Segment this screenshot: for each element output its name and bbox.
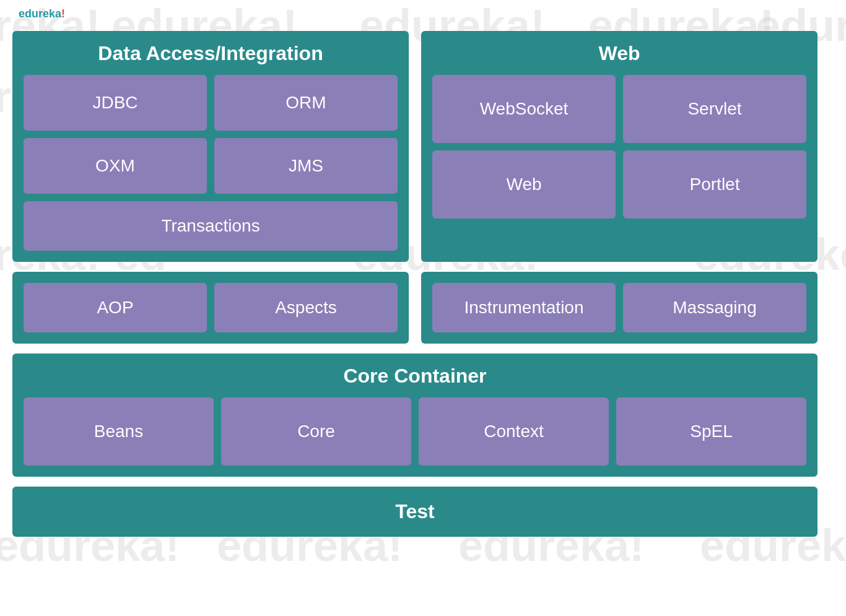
- oxm-box: OXM: [24, 138, 207, 194]
- top-row: Data Access/Integration JDBC ORM OXM JMS…: [12, 31, 818, 262]
- portlet-box: Portlet: [623, 150, 806, 219]
- data-access-title: Data Access/Integration: [24, 42, 398, 65]
- instrumentation-box-item: Instrumentation: [432, 283, 616, 332]
- core-container-section: Core Container Beans Core Context SpEL: [12, 354, 818, 477]
- web-title: Web: [432, 42, 806, 65]
- aop-section: AOP Aspects: [12, 272, 409, 344]
- beans-box: Beans: [24, 397, 214, 466]
- messaging-box: Massaging: [623, 283, 806, 332]
- orm-box: ORM: [214, 75, 398, 131]
- aspects-box: Aspects: [214, 283, 398, 332]
- spel-box: SpEL: [616, 397, 806, 466]
- core-box: Core: [221, 397, 411, 466]
- instrumentation-section: Instrumentation Massaging: [421, 272, 818, 344]
- web-section: Web WebSocket Servlet Web Portlet: [421, 31, 818, 262]
- watermark-6: r: [0, 71, 11, 122]
- websocket-box: WebSocket: [432, 75, 616, 143]
- transactions-box: Transactions: [24, 201, 398, 251]
- jms-box: JMS: [214, 138, 398, 194]
- data-access-grid: JDBC ORM OXM JMS Transactions: [24, 75, 398, 251]
- test-title: Test: [26, 500, 804, 523]
- test-section: Test: [12, 487, 818, 537]
- jdbc-box: JDBC: [24, 75, 207, 131]
- context-box: Context: [419, 397, 609, 466]
- logo: edureka!: [19, 7, 65, 20]
- aop-box: AOP: [24, 283, 207, 332]
- core-container-title: Core Container: [24, 365, 806, 388]
- core-container-grid: Beans Core Context SpEL: [24, 397, 806, 466]
- web-grid: WebSocket Servlet Web Portlet: [432, 75, 806, 219]
- logo-exclamation: !: [61, 7, 65, 20]
- data-access-section: Data Access/Integration JDBC ORM OXM JMS…: [12, 31, 409, 262]
- spring-framework-diagram: Data Access/Integration JDBC ORM OXM JMS…: [12, 31, 818, 537]
- middle-row: AOP Aspects Instrumentation Massaging: [12, 272, 818, 344]
- servlet-box: Servlet: [623, 75, 806, 143]
- web-box: Web: [432, 150, 616, 219]
